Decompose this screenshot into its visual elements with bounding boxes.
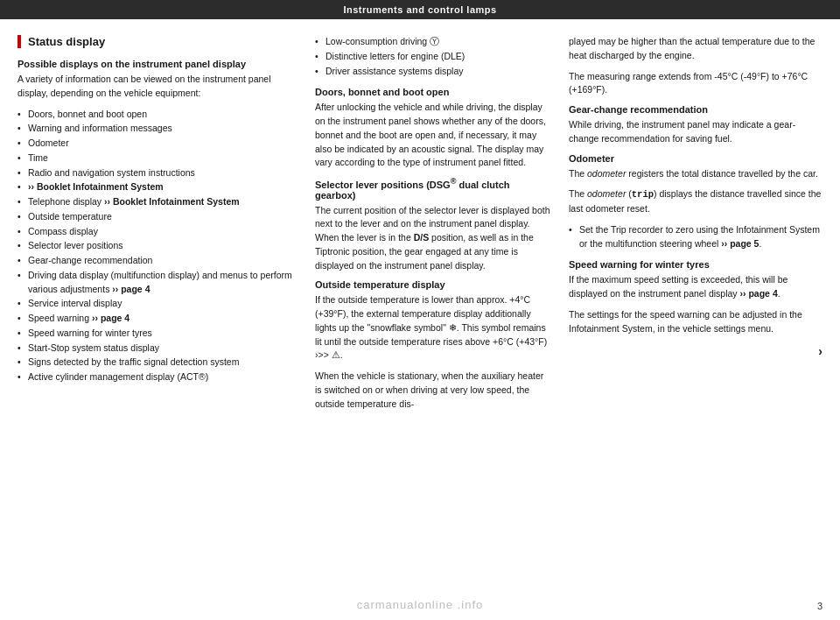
- doors-title: Doors, bonnet and boot open: [315, 87, 551, 97]
- features-list: Doors, bonnet and boot open Warning and …: [18, 108, 298, 384]
- chevron-end-icon: ›: [818, 344, 822, 358]
- list-item: Odometer: [18, 137, 298, 151]
- top-bar: Instruments and control lamps: [0, 0, 840, 19]
- watermark: carmanualonline .info: [357, 598, 484, 611]
- list-item: Start-Stop system status display: [18, 342, 298, 356]
- status-display-header: Status display: [18, 35, 298, 48]
- doors-body: After unlocking the vehicle and while dr…: [315, 101, 551, 170]
- list-item: Warning and information messages: [18, 122, 298, 136]
- middle-column: Low-consumption driving Ⓨ Distinctive le…: [315, 35, 551, 611]
- list-item: Time: [18, 151, 298, 166]
- odometer-bullet-list: Set the Trip recorder to zero using the …: [569, 223, 822, 251]
- list-item: Doors, bonnet and boot open: [18, 108, 298, 122]
- section1-title: Possible displays on the instrument pane…: [18, 59, 298, 69]
- extra-bullets: Low-consumption driving Ⓨ Distinctive le…: [315, 35, 551, 78]
- list-item: Gear-change recommendation: [18, 254, 298, 268]
- list-item: Low-consumption driving Ⓨ: [315, 35, 551, 49]
- gear-change-body: While driving, the instrument panel may …: [569, 118, 822, 146]
- gear-change-title: Gear-change recommendation: [569, 104, 822, 115]
- list-item: Driving data display (multifunction disp…: [18, 269, 298, 297]
- odometer-title: Odometer: [569, 153, 822, 164]
- content-area: Status display Possible displays on the …: [0, 19, 840, 620]
- selector-body: The current position of the selector lev…: [315, 204, 551, 273]
- outside-temp-body2: When the vehicle is stationary, when the…: [315, 370, 551, 411]
- list-item: Compass display: [18, 225, 298, 239]
- chevron-end-container: ›: [569, 344, 822, 358]
- outside-temp-body: If the outside temperature is lower than…: [315, 293, 551, 363]
- list-item: Active cylinder management display (ACT®…: [18, 370, 298, 384]
- status-bar-accent: [18, 35, 21, 48]
- list-item: Telephone display ›› Booklet Infotainmen…: [18, 195, 298, 209]
- outside-temp-continued: played may be higher than the actual tem…: [569, 35, 822, 63]
- list-item: Outside temperature: [18, 210, 298, 224]
- list-item: Set the Trip recorder to zero using the …: [569, 223, 822, 251]
- list-item: ›› Booklet Infotainment System: [18, 180, 298, 194]
- page: Instruments and control lamps Status dis…: [0, 0, 840, 620]
- speed-warning-body2: The settings for the speed warning can b…: [569, 308, 822, 336]
- list-item: Speed warning for winter tyres: [18, 327, 298, 341]
- list-item: Driver assistance systems display: [315, 65, 551, 79]
- outside-temp-title: Outside temperature display: [315, 279, 551, 290]
- speed-warning-body: If the maximum speed setting is exceeded…: [569, 273, 822, 301]
- left-column: Status display Possible displays on the …: [18, 35, 298, 611]
- list-item: Selector lever positions: [18, 239, 298, 253]
- list-item: Speed warning ›› page 4: [18, 312, 298, 326]
- odometer-body2: The odometer (trip) displays the distanc…: [569, 187, 822, 216]
- section1-body: A variety of information can be viewed o…: [18, 73, 298, 101]
- measuring-range: The measuring range extends from -45°C (…: [569, 70, 822, 98]
- list-item: Distinctive letters for engine (DLE): [315, 50, 551, 64]
- list-item: Signs detected by the traffic signal det…: [18, 356, 298, 370]
- speed-warning-title: Speed warning for winter tyres: [569, 259, 822, 270]
- top-bar-title: Instruments and control lamps: [343, 4, 496, 15]
- odometer-body1: The odometer registers the total distanc…: [569, 167, 822, 181]
- selector-title: Selector lever positions (DSG® dual clut…: [315, 177, 551, 201]
- status-display-title: Status display: [28, 35, 105, 48]
- list-item: Radio and navigation system instructions: [18, 166, 298, 180]
- right-column: played may be higher than the actual tem…: [569, 35, 822, 611]
- page-number: 3: [817, 601, 822, 611]
- list-item: Service interval display: [18, 297, 298, 311]
